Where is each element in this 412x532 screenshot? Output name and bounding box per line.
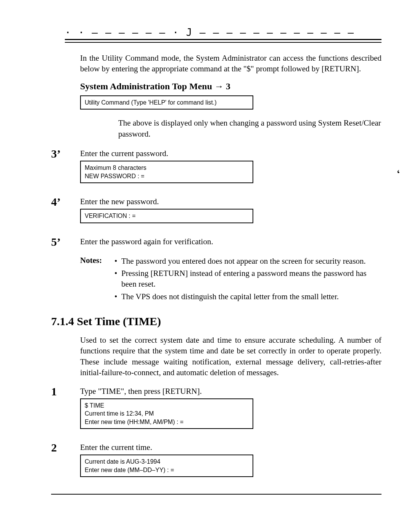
notes-list: •The password you entered does not appea…	[114, 256, 381, 303]
step-row: 1 Type "TIME", then press [RETURN]. $ TI…	[42, 385, 381, 435]
step-text: Enter the current time.	[80, 443, 381, 452]
intro-paragraph: In the Utility Command mode, the System …	[80, 53, 381, 74]
notes-block: Notes: •The password you entered does no…	[42, 256, 381, 303]
note-text: The VPS does not distinguish the capital…	[121, 291, 339, 302]
step-text: Enter the current password.	[80, 149, 381, 158]
step-row: 2 Enter the current time. Current date i…	[42, 441, 381, 482]
top-dash-fragment: · · — — — — — — · J — — — — — — — — — — …	[65, 27, 354, 38]
note-item: •The VPS does not distinguish the capita…	[114, 291, 381, 302]
verification-box: VERIFICATION : =	[80, 209, 253, 223]
notes-label: Notes:	[80, 256, 114, 265]
note-item: •The password you entered does not appea…	[114, 256, 381, 266]
stray-mark: ‘	[396, 168, 402, 179]
step-row: 3’ Enter the current password. Maximum 8…	[42, 147, 381, 189]
note-text: The password you entered does not appear…	[121, 256, 366, 266]
time-intro-paragraph: Used to set the correct system date and …	[80, 335, 381, 378]
section-title: 7.1.4 Set Time (TIME)	[51, 315, 381, 328]
step-row: 4’ Enter the new password. VERIFICATION …	[42, 195, 381, 229]
step-text: Enter the new password.	[80, 197, 381, 206]
step-number: 5’	[42, 235, 80, 248]
step-text: Type "TIME", then press [RETURN].	[80, 387, 381, 396]
step-number: 1	[42, 385, 80, 398]
step-number: 4’	[42, 195, 80, 208]
top-rule: · · — — — — — — · J — — — — — — — — — — …	[65, 34, 381, 46]
step-number: 3’	[42, 147, 80, 160]
date-prompt-box: Current date is AUG-3-1994 Enter new dat…	[80, 455, 253, 477]
new-password-box: Maximum 8 characters NEW PASSWORD : =	[80, 161, 253, 183]
time-prompt-box: $ TIME Current time is 12:34, PM Enter n…	[80, 398, 253, 429]
note-text: Pressing [RETURN] instead of entering a …	[121, 268, 381, 290]
note-item: •Pressing [RETURN] instead of entering a…	[114, 268, 381, 290]
bottom-rule	[51, 494, 381, 495]
step-row: 5’ Enter the password again for verifica…	[42, 235, 381, 249]
step-number: 2	[42, 441, 80, 454]
menu-heading: System Administration Top Menu → 3	[80, 81, 381, 92]
manual-page: · · — — — — — — · J — — — — — — — — — — …	[0, 0, 412, 517]
step-text: Enter the password again for verificatio…	[80, 237, 381, 247]
displayed-note: The above is displayed only when changin…	[118, 118, 381, 139]
utility-command-box: Utility Command (Type 'HELP' for command…	[80, 95, 253, 110]
